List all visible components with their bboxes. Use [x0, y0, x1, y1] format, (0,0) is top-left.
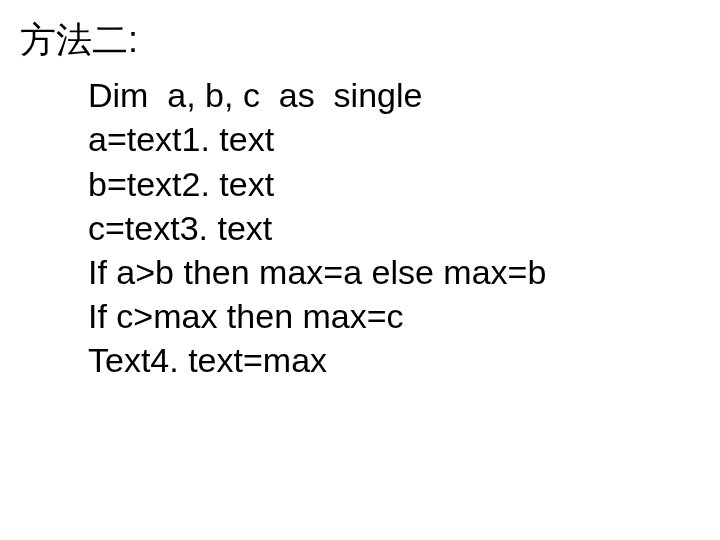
code-line: c=text3. text	[88, 206, 700, 250]
code-line: Dim a, b, c as single	[88, 73, 700, 117]
code-line: a=text1. text	[88, 117, 700, 161]
code-line: b=text2. text	[88, 162, 700, 206]
code-block: Dim a, b, c as single a=text1. text b=te…	[88, 73, 700, 382]
section-heading: 方法二:	[20, 18, 700, 61]
code-line: If a>b then max=a else max=b	[88, 250, 700, 294]
code-line: If c>max then max=c	[88, 294, 700, 338]
code-line: Text4. text=max	[88, 338, 700, 382]
document-container: 方法二: Dim a, b, c as single a=text1. text…	[0, 0, 720, 401]
